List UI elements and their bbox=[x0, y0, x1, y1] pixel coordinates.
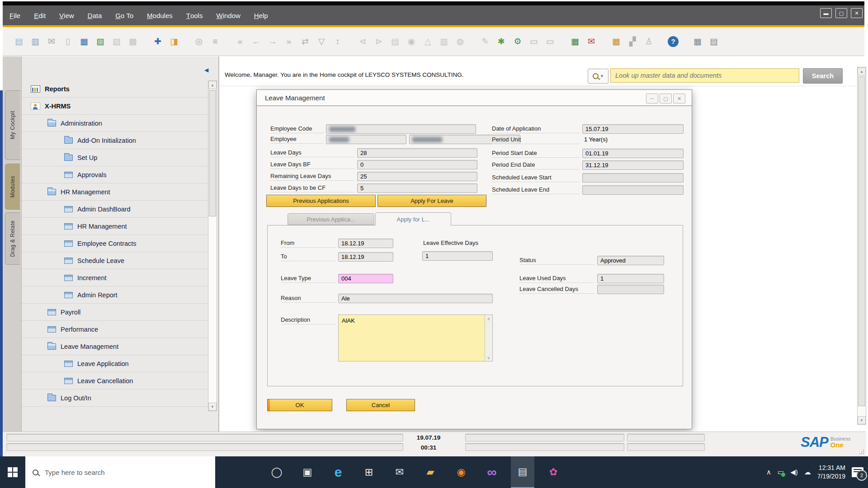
cortana-icon[interactable]: ◯ bbox=[265, 456, 288, 488]
date-of-application-field[interactable]: 15.07.19 bbox=[582, 124, 684, 134]
resize-grip[interactable] bbox=[859, 449, 865, 455]
list-view-icon[interactable]: ≡ bbox=[209, 35, 221, 48]
org-chart-icon[interactable]: ▞ bbox=[627, 35, 638, 48]
dialog-title-bar[interactable]: Leave Management ─ ▢ ✕ bbox=[257, 90, 692, 106]
filter-icon[interactable]: ▽ bbox=[316, 35, 327, 48]
task-view-icon[interactable]: ▣ bbox=[296, 456, 319, 488]
tab-my-cockpit[interactable]: My Cockpit bbox=[5, 90, 20, 160]
document-search-icon[interactable]: ◍ bbox=[454, 35, 466, 48]
sidebar-item-hr-management[interactable]: HR Management bbox=[22, 183, 208, 201]
scroll-up-icon[interactable]: ▲ bbox=[858, 67, 866, 75]
sidebar-item-log-out-in[interactable]: Log Out/In bbox=[22, 389, 208, 407]
restore-button[interactable]: ▢ bbox=[835, 8, 847, 18]
sidebar-item-reports[interactable]: Reports bbox=[22, 80, 208, 98]
menu-view[interactable]: View bbox=[52, 5, 81, 25]
edit-icon[interactable]: ✎ bbox=[479, 35, 491, 48]
period-end-date-field[interactable]: 31.12.19 bbox=[582, 160, 684, 170]
scroll-up-icon[interactable]: ▲ bbox=[208, 81, 217, 89]
firefox-icon[interactable]: ◉ bbox=[449, 456, 473, 488]
scroll-down-icon[interactable]: ▼ bbox=[208, 403, 217, 411]
sap-business-one-icon[interactable]: ▤ bbox=[511, 456, 534, 488]
last-record-icon[interactable]: » bbox=[283, 35, 295, 48]
sidebar-item-employee-contracts[interactable]: Employee Contracts bbox=[22, 235, 208, 252]
onedrive-icon[interactable]: ☁ bbox=[804, 468, 811, 476]
sidebar-item-increment[interactable]: Increment bbox=[22, 269, 208, 286]
first-record-icon[interactable]: « bbox=[234, 35, 246, 48]
report-designer-icon[interactable]: ▦ bbox=[610, 35, 622, 48]
edge-icon[interactable]: e bbox=[326, 456, 350, 488]
refresh-icon[interactable]: ⇄ bbox=[299, 35, 311, 48]
from-date-field[interactable]: 18.12.19 bbox=[338, 239, 393, 248]
export-excel-icon[interactable]: ▧ bbox=[94, 35, 106, 48]
email-icon[interactable]: ✉ bbox=[46, 35, 57, 48]
leave-days-cf-field[interactable]: 5 bbox=[357, 183, 477, 193]
help-icon[interactable]: ? bbox=[668, 36, 679, 47]
ok-button[interactable]: OK bbox=[267, 399, 332, 411]
menu-modules[interactable]: Modules bbox=[140, 5, 179, 25]
money-functions-icon[interactable]: ◉ bbox=[406, 35, 417, 48]
leave-days-bf-field[interactable]: 0 bbox=[357, 160, 477, 169]
leave-days-field[interactable]: 28 bbox=[357, 148, 477, 158]
tree-scrollbar-thumb[interactable] bbox=[209, 90, 216, 216]
new-activity-icon[interactable]: ✱ bbox=[495, 35, 507, 48]
print-preview-icon[interactable]: ▤ bbox=[13, 35, 25, 48]
store-icon[interactable]: ⊞ bbox=[357, 456, 381, 488]
leave-used-days-field[interactable]: 1 bbox=[597, 274, 664, 283]
sort-icon[interactable]: ↕ bbox=[332, 35, 344, 48]
scheduled-leave-end-field[interactable] bbox=[582, 185, 684, 195]
menu-data[interactable]: Data bbox=[81, 5, 109, 25]
previous-applications-button[interactable]: Previous Applications bbox=[266, 195, 376, 207]
scheduled-leave-start-field[interactable] bbox=[582, 173, 684, 183]
mail-icon[interactable]: ✉ bbox=[388, 456, 411, 488]
menu-tools[interactable]: Tools bbox=[179, 5, 210, 25]
menu-edit[interactable]: Edit bbox=[27, 5, 52, 25]
status-field[interactable]: Approved bbox=[597, 256, 664, 265]
sidebar-item-admin-dashboard[interactable]: Admin DashBoard bbox=[22, 201, 208, 218]
tree-scrollbar[interactable]: ▲ ▼ bbox=[208, 80, 217, 411]
keyboard-calc-icon[interactable]: ▤ bbox=[708, 35, 720, 48]
tab-modules[interactable]: Modules bbox=[5, 164, 20, 210]
search-input[interactable] bbox=[610, 68, 799, 83]
lookup-type-button[interactable]: ▼ bbox=[588, 69, 609, 84]
reason-field[interactable]: Ale bbox=[338, 294, 493, 303]
sidebar-item-admin-report[interactable]: Admin Report bbox=[22, 286, 208, 304]
remaining-leave-days-field[interactable]: 25 bbox=[357, 172, 477, 181]
main-scrollbar[interactable]: ▲ ▼ bbox=[857, 67, 866, 425]
search-button[interactable]: Search bbox=[803, 68, 843, 84]
period-start-date-field[interactable]: 01.01.19 bbox=[582, 149, 684, 158]
scroll-down-icon[interactable]: ▼ bbox=[858, 416, 866, 424]
menu-file[interactable]: File bbox=[3, 5, 27, 25]
sidebar-item-add-on-initialization[interactable]: Add-On Initialization bbox=[22, 132, 208, 149]
tab-apply-for-leave[interactable]: Apply for L... bbox=[375, 212, 451, 225]
calculator-icon[interactable]: ▦ bbox=[692, 35, 703, 48]
checklist-icon[interactable]: ▦ bbox=[569, 35, 581, 48]
sidebar-item-set-up[interactable]: Set Up bbox=[22, 149, 208, 166]
main-scrollbar-thumb[interactable] bbox=[858, 76, 865, 406]
cancel-button[interactable]: Cancel bbox=[346, 399, 415, 411]
menu-go-to[interactable]: Go To bbox=[108, 5, 140, 25]
copy-from-icon[interactable]: ⊲ bbox=[357, 35, 368, 48]
sidebar-item-hr-management[interactable]: HR Management bbox=[22, 218, 208, 235]
sidebar-item-leave-application[interactable]: Leave Application bbox=[22, 355, 208, 372]
copy-to-icon[interactable]: ⊳ bbox=[373, 35, 385, 48]
employee-code-field[interactable] bbox=[326, 124, 476, 134]
dialog-maximize-button[interactable]: ▢ bbox=[660, 94, 672, 103]
sidebar-item-leave-management[interactable]: Leave Management bbox=[22, 338, 208, 355]
export-word-icon[interactable]: ▨ bbox=[111, 35, 123, 48]
apply-for-leave-button[interactable]: Apply For Leave bbox=[377, 195, 486, 207]
minimize-button[interactable]: ▬ bbox=[820, 8, 832, 18]
sidebar-item-performance[interactable]: Performance bbox=[22, 321, 208, 338]
scroll-down-icon[interactable]: ∨ bbox=[485, 354, 492, 361]
tab-previous-applications[interactable]: Previous Applica... bbox=[288, 213, 374, 225]
start-button[interactable] bbox=[0, 456, 25, 488]
description-textarea[interactable]: AlAK ∧ ∨ bbox=[338, 314, 493, 361]
fax-icon[interactable]: ▦ bbox=[78, 35, 90, 48]
dialog-close-button[interactable]: ✕ bbox=[673, 94, 685, 103]
menu-help[interactable]: Help bbox=[247, 5, 275, 25]
tab-drag-and-relate[interactable]: Drag & Relate bbox=[5, 212, 20, 265]
action-center-icon[interactable]: 2 bbox=[852, 467, 863, 477]
sidebar-item-x-hrms[interactable]: X-HRMS bbox=[22, 98, 208, 115]
tray-expand-icon[interactable]: ∧ bbox=[766, 468, 771, 476]
settings-wrench-icon[interactable]: ⚙ bbox=[512, 35, 524, 48]
infinity-app-icon[interactable]: ∞ bbox=[480, 456, 504, 488]
